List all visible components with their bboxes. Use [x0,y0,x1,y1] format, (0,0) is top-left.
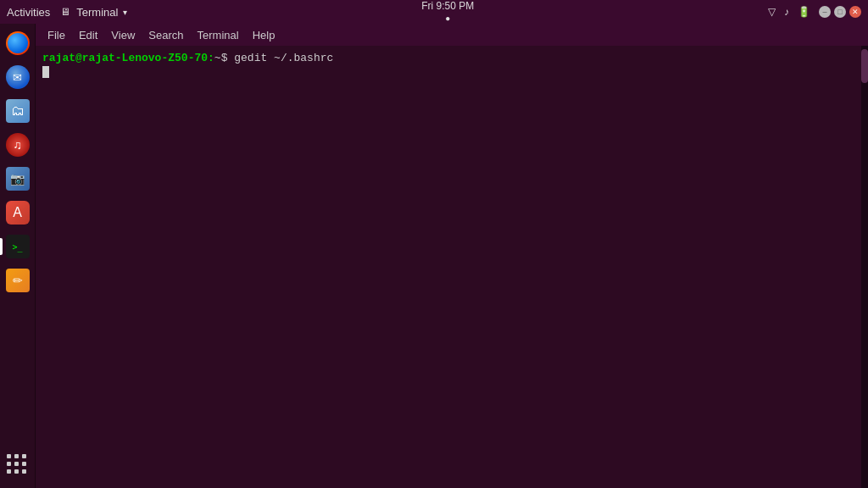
launcher-item-files[interactable]: 🗂 [3,96,33,126]
system-bar-right: ▽ ♪ 🔋 – □ ✕ [768,6,861,18]
prompt-symbol: $ [221,51,228,66]
terminal-scrollbar[interactable] [861,46,868,488]
terminal-content[interactable]: rajat@rajat-Lenovo-Z50-70:~$ gedit ~/.ba… [36,46,868,488]
shotwell-icon: 📷 [6,167,30,191]
window-controls: – □ ✕ [819,6,861,18]
launcher-item-appcenter[interactable]: A [3,197,33,228]
maximize-button[interactable]: □ [834,6,846,18]
terminal-prompt-line: rajat@rajat-Lenovo-Z50-70:~$ gedit ~/.ba… [42,51,861,66]
thunderbird-icon [6,65,30,89]
rhythmbox-icon: ♫ [6,133,30,157]
launcher-item-thunderbird[interactable] [3,62,33,92]
menu-view[interactable]: View [106,27,140,43]
menu-search[interactable]: Search [143,27,188,43]
terminal-command: gedit ~/.bashrc [227,51,333,66]
terminal-taskbar-label: Terminal [76,6,118,19]
launcher-item-firefox[interactable] [3,28,33,58]
launcher-item-show-apps[interactable] [3,449,33,480]
system-bar: Activities 🖥 Terminal ▾ Fri 9:50 PM ● ▽ … [0,0,868,24]
terminal-icon: >_ [6,235,30,258]
prompt-user: rajat@rajat-Lenovo-Z50-70: [42,51,214,66]
launcher-sidebar: 🗂 ♫ 📷 A >_ ✏ [0,24,36,488]
recording-indicator: ● [445,13,450,24]
menu-terminal[interactable]: Terminal [192,27,244,43]
launcher-item-terminal[interactable]: >_ [3,231,33,262]
prompt-dir: ~ [214,51,221,66]
terminal-menubar: File Edit View Search Terminal Help [36,24,868,46]
system-bar-center: Fri 9:50 PM ● [421,0,474,24]
terminal-cursor-line [42,66,861,78]
network-icon[interactable]: ▽ [768,6,776,18]
menu-file[interactable]: File [42,27,70,43]
terminal-taskbar-icon: 🖥 [60,6,70,18]
launcher-item-texteditor[interactable]: ✏ [3,265,33,296]
terminal-taskbar-button[interactable]: 🖥 Terminal ▾ [60,6,127,19]
minimize-button[interactable]: – [819,6,831,18]
show-apps-icon [6,452,30,476]
menu-help[interactable]: Help [248,27,281,43]
activities-button[interactable]: Activities [7,6,50,19]
main-layout: 🗂 ♫ 📷 A >_ ✏ [0,24,868,488]
launcher-item-rhythmbox[interactable]: ♫ [3,130,33,160]
datetime-display: Fri 9:50 PM [421,0,474,13]
scrollbar-thumb[interactable] [861,49,868,83]
battery-icon[interactable]: 🔋 [798,6,810,18]
volume-icon[interactable]: ♪ [784,6,789,18]
menu-edit[interactable]: Edit [74,27,103,43]
system-bar-left: Activities 🖥 Terminal ▾ [7,6,127,19]
launcher-item-shotwell[interactable]: 📷 [3,164,33,194]
texteditor-icon: ✏ [6,269,30,292]
close-button[interactable]: ✕ [849,6,861,18]
appcenter-icon: A [6,201,30,225]
terminal-window: File Edit View Search Terminal Help raja… [36,24,868,488]
terminal-cursor [42,66,49,78]
firefox-icon [6,31,30,55]
dropdown-arrow-icon: ▾ [123,8,127,17]
files-icon: 🗂 [6,99,30,123]
